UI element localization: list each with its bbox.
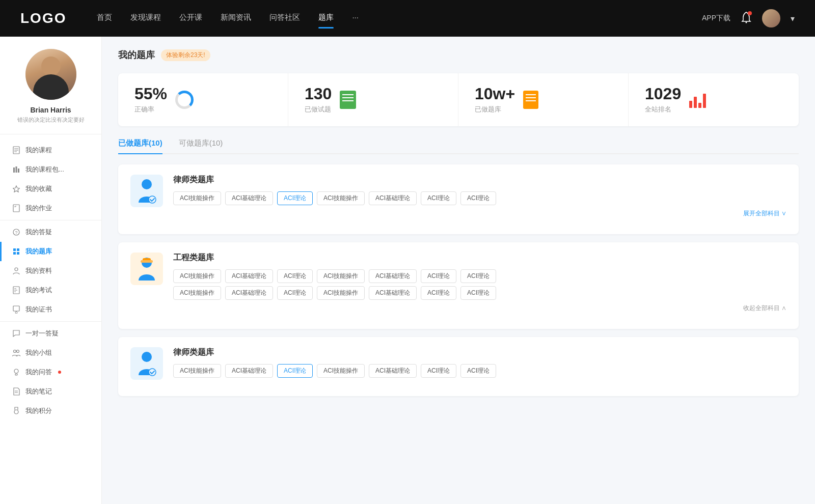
sidebar-item-my-homework[interactable]: 我的作业	[0, 199, 101, 218]
sidebar-item-my-course[interactable]: 我的课程	[0, 141, 101, 160]
sidebar-item-my-qa[interactable]: ? 我的答疑	[0, 222, 101, 242]
notebook-icon	[340, 91, 356, 109]
nav-discover[interactable]: 发现课程	[130, 13, 161, 24]
page-title: 我的题库	[118, 49, 155, 61]
sidebar-item-my-qbank[interactable]: 我的题库	[0, 242, 101, 261]
header: LOGO 首页 发现课程 公开课 新闻资讯 问答社区 题库 ··· APP下载 …	[0, 0, 815, 37]
header-right: APP下载 ▾	[702, 9, 795, 27]
sidebar-item-my-collection[interactable]: 我的收藏	[0, 179, 101, 199]
stat-done-questions-value: 130	[305, 86, 332, 102]
sidebar-item-one-on-one[interactable]: 一对一答疑	[0, 324, 101, 343]
eng-tag-r2-1[interactable]: ACI基础理论	[225, 286, 273, 300]
main-nav: 首页 发现课程 公开课 新闻资讯 问答社区 题库 ···	[97, 13, 702, 24]
lawyer-icon-1	[135, 178, 158, 204]
nav-qbank[interactable]: 题库	[318, 13, 334, 24]
stat-accuracy-value: 55%	[134, 86, 167, 102]
tag-0[interactable]: ACI技能操作	[173, 191, 221, 205]
sidebar-item-my-questions[interactable]: 我的问答	[0, 362, 101, 382]
sidebar: Brian Harris 错误的决定比没有决定要好 我的课程 我的课程包...	[0, 37, 102, 504]
profile-icon	[12, 267, 20, 275]
svg-point-24	[14, 350, 16, 353]
eng-tag-r2-3[interactable]: ACI技能操作	[317, 286, 365, 300]
eng-tag-r1-0[interactable]: ACI技能操作	[173, 269, 221, 283]
app-download-button[interactable]: APP下载	[702, 14, 730, 23]
l2-tag-0[interactable]: ACI技能操作	[173, 364, 221, 378]
engineer-icon-1	[135, 256, 158, 282]
nav-qa[interactable]: 问答社区	[269, 13, 300, 24]
avatar	[25, 49, 76, 100]
sidebar-item-my-certificate[interactable]: 我的证书	[0, 300, 101, 319]
bulb-icon	[12, 368, 20, 376]
barchart-icon	[689, 92, 706, 108]
svg-point-36	[142, 352, 152, 362]
tag-1[interactable]: ACI基础理论	[225, 191, 273, 205]
eng-tag-r2-4[interactable]: ACI基础理论	[369, 286, 417, 300]
main-content: 我的题库 体验剩余23天! 55% 正确率 130 已做试题	[102, 37, 815, 504]
eng-tag-r1-6[interactable]: ACI理论	[460, 269, 496, 283]
l2-tag-4[interactable]: ACI基础理论	[369, 364, 417, 378]
tab-done-banks[interactable]: 已做题库(10)	[118, 138, 162, 153]
sidebar-item-my-notes[interactable]: 我的笔记	[0, 382, 101, 401]
qbank-header-engineer-1: 工程类题库 ACI技能操作 ACI基础理论 ACI理论 ACI技能操作 ACI基…	[130, 253, 786, 313]
sidebar-item-my-profile[interactable]: 我的资料	[0, 261, 101, 281]
chat-icon	[12, 329, 20, 338]
svg-point-31	[142, 179, 152, 189]
sidebar-item-my-exam[interactable]: 我的考试	[0, 281, 101, 300]
qbank-tags-lawyer-1: ACI技能操作 ACI基础理论 ACI理论 ACI技能操作 ACI基础理论 AC…	[173, 191, 786, 205]
eng-tag-r2-2[interactable]: ACI理论	[277, 286, 313, 300]
l2-tag-3[interactable]: ACI技能操作	[317, 364, 365, 378]
stats-row: 55% 正确率 130 已做试题 10w+ 已做题库	[118, 73, 799, 126]
eng-tag-r2-0[interactable]: ACI技能操作	[173, 286, 221, 300]
l2-tag-5[interactable]: ACI理论	[421, 364, 456, 378]
eng-tag-r1-5[interactable]: ACI理论	[421, 269, 456, 283]
stat-done-questions: 130 已做试题	[288, 73, 458, 126]
grid-icon	[12, 247, 20, 256]
qbank-tags-lawyer-2: ACI技能操作 ACI基础理论 ACI理论 ACI技能操作 ACI基础理论 AC…	[173, 364, 786, 378]
nav-news[interactable]: 新闻资讯	[221, 13, 251, 24]
user-name: Brian Harris	[10, 106, 91, 114]
engineer-icon-wrap-1	[130, 253, 163, 285]
stat-rank-label: 全站排名	[645, 105, 681, 114]
svg-point-25	[17, 350, 19, 353]
svg-text:?: ?	[15, 230, 17, 235]
list-yellow-icon	[523, 91, 538, 109]
stat-accuracy-label: 正确率	[134, 105, 167, 114]
eng-tag-r1-2[interactable]: ACI理论	[277, 269, 313, 283]
eng-tag-r1-1[interactable]: ACI基础理论	[225, 269, 273, 283]
svg-rect-13	[17, 248, 19, 251]
menu-divider-2	[0, 321, 101, 322]
qbank-card-lawyer-2: 律师类题库 ACI技能操作 ACI基础理论 ACI理论 ACI技能操作 ACI基…	[118, 337, 799, 396]
bar-icon	[12, 165, 20, 174]
sidebar-item-my-points[interactable]: 我的积分	[0, 401, 101, 421]
l2-tag-6[interactable]: ACI理论	[460, 364, 496, 378]
tag-2[interactable]: ACI理论	[277, 191, 313, 205]
lawyer-icon-wrap-1	[130, 175, 163, 207]
sidebar-item-my-course-pack[interactable]: 我的课程包...	[0, 160, 101, 179]
eng-tag-r2-5[interactable]: ACI理论	[421, 286, 456, 300]
cert-icon	[12, 305, 20, 314]
user-avatar[interactable]	[762, 9, 780, 27]
tag-5[interactable]: ACI理论	[421, 191, 456, 205]
notification-bell[interactable]	[741, 11, 752, 25]
expand-button-lawyer-1[interactable]: 展开全部科目 ∨	[173, 209, 786, 218]
eng-tag-r1-4[interactable]: ACI基础理论	[369, 269, 417, 283]
nav-open-course[interactable]: 公开课	[179, 13, 202, 24]
lawyer-icon-wrap-2	[130, 347, 163, 380]
collapse-button-engineer-1[interactable]: 收起全部科目 ∧	[173, 304, 786, 313]
tag-6[interactable]: ACI理论	[460, 191, 496, 205]
tab-available-banks[interactable]: 可做题库(10)	[179, 138, 223, 153]
sidebar-item-my-group[interactable]: 我的小组	[0, 343, 101, 362]
nav-home[interactable]: 首页	[97, 13, 112, 24]
trial-badge: 体验剩余23天!	[161, 49, 210, 61]
eng-tag-r1-3[interactable]: ACI技能操作	[317, 269, 365, 283]
stat-done-banks: 10w+ 已做题库	[458, 73, 629, 126]
tag-3[interactable]: ACI技能操作	[317, 191, 365, 205]
stat-done-banks-label: 已做题库	[475, 105, 515, 114]
svg-rect-21	[13, 306, 19, 311]
tag-4[interactable]: ACI基础理论	[369, 191, 417, 205]
l2-tag-2[interactable]: ACI理论	[277, 364, 313, 378]
l2-tag-1[interactable]: ACI基础理论	[225, 364, 273, 378]
user-menu-chevron[interactable]: ▾	[791, 14, 795, 23]
nav-more[interactable]: ···	[352, 13, 359, 24]
eng-tag-r2-6[interactable]: ACI理论	[460, 286, 496, 300]
